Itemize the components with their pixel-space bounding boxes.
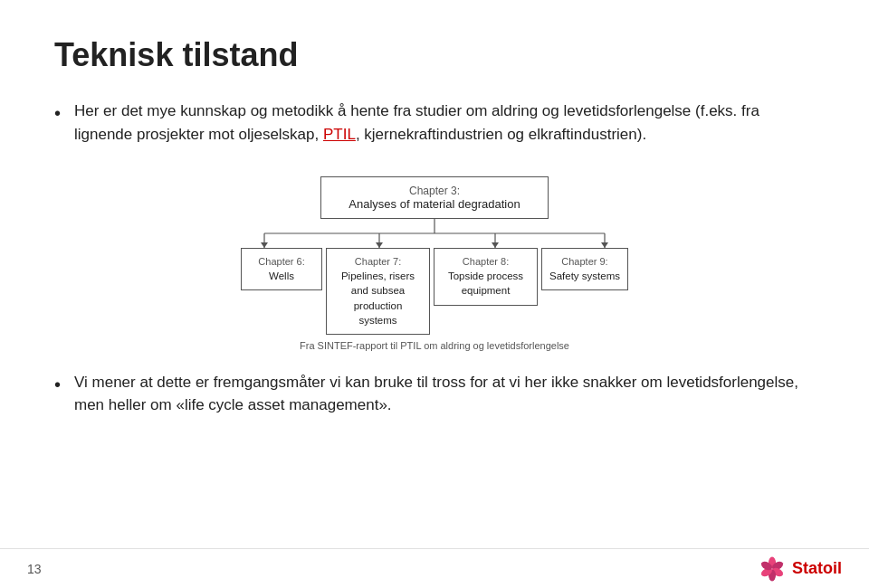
diagram-source: Fra SINTEF-rapport til PTIL om aldring o… xyxy=(300,340,569,351)
sub-box-ch6-title: Wells xyxy=(249,269,314,283)
bottom-bullet-item: Vi mener at dette er fremgangsmåter vi k… xyxy=(54,371,815,417)
sub-boxes: Chapter 6: Wells Chapter 7: Pipelines, r… xyxy=(241,248,628,335)
top-box-title: Analyses of material degradation xyxy=(349,197,520,211)
svg-marker-9 xyxy=(601,242,608,248)
svg-marker-6 xyxy=(261,242,268,248)
sub-box-ch7: Chapter 7: Pipelines, risers and subsea … xyxy=(326,248,430,335)
slide: Teknisk tilstand Her er det mye kunnskap… xyxy=(0,0,869,588)
arrow-connector xyxy=(217,219,652,248)
svg-marker-7 xyxy=(376,242,383,248)
statoil-text: Statoil xyxy=(792,559,842,578)
sub-box-ch7-title: Pipelines, risers and subsea production … xyxy=(334,269,422,327)
page-title: Teknisk tilstand xyxy=(54,36,815,74)
bullet-item-1: Her er det mye kunnskap og metodikk å he… xyxy=(54,100,815,146)
bullet-text-after: , kjernekraftindustrien og elkraftindust… xyxy=(356,126,646,143)
sub-box-ch9-label: Chapter 9: xyxy=(549,255,620,269)
diagram-wrapper: Chapter 3: Analyses of material degradat… xyxy=(54,176,815,351)
footer: 13 Statoil xyxy=(0,548,869,588)
bottom-bullet-text: Vi mener at dette er fremgangsmåter vi k… xyxy=(74,374,798,414)
sub-box-ch9-title: Safety systems xyxy=(549,269,620,283)
statoil-emblem-icon xyxy=(758,555,787,583)
sub-box-ch8: Chapter 8: Topside process equipment xyxy=(434,248,538,306)
connector-svg xyxy=(217,219,652,248)
statoil-logo: Statoil xyxy=(758,555,842,583)
sub-box-ch6: Chapter 6: Wells xyxy=(241,248,322,290)
top-box-label: Chapter 3: xyxy=(349,185,520,197)
bullet-list: Her er det mye kunnskap og metodikk å he… xyxy=(54,100,815,151)
ptil-link[interactable]: PTIL xyxy=(323,126,356,143)
page-number: 13 xyxy=(27,562,42,576)
svg-marker-8 xyxy=(492,242,499,248)
sub-box-ch6-label: Chapter 6: xyxy=(249,255,314,269)
bottom-bullet-list: Vi mener at dette er fremgangsmåter vi k… xyxy=(54,371,815,422)
sub-box-ch7-label: Chapter 7: xyxy=(334,255,422,269)
top-box: Chapter 3: Analyses of material degradat… xyxy=(320,176,548,219)
sub-box-ch8-title: Topside process equipment xyxy=(442,269,530,298)
sub-box-ch9: Chapter 9: Safety systems xyxy=(541,248,628,290)
sub-box-ch8-label: Chapter 8: xyxy=(442,255,530,269)
